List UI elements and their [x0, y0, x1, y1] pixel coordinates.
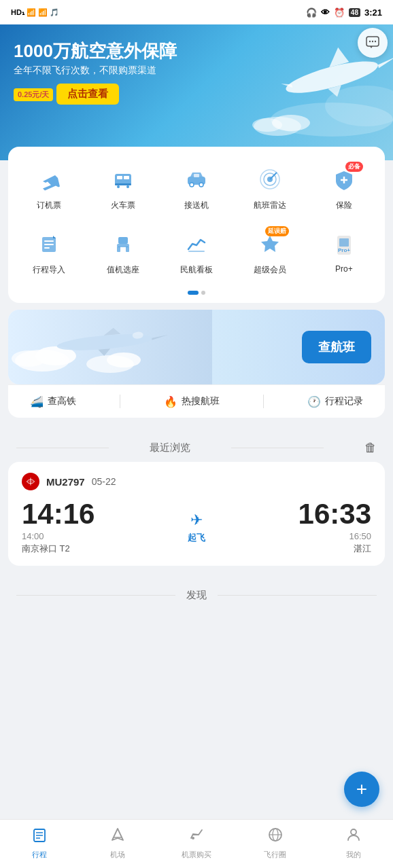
flight-depart: 14:16 14:00 南京禄口 T2: [22, 500, 95, 555]
menu-item-super-vip[interactable]: 延误赔 超级会员: [235, 222, 305, 281]
status-right: 🎧 👁 ⏰ 48 3:21: [306, 7, 382, 18]
nav-item-flight-circle[interactable]: 飞行圈: [236, 827, 315, 860]
nav-item-airport[interactable]: 机场: [79, 827, 158, 860]
signal-bars: 📶: [27, 8, 36, 17]
airline-logo: [22, 473, 39, 490]
nav-item-itinerary[interactable]: 行程: [0, 827, 79, 860]
pro-plus-label: Pro+: [335, 264, 353, 274]
status-left: HD₁ 📶 📶 🎵: [11, 8, 59, 17]
banner-subtitle: 全年不限飞行次数，不限购票渠道: [14, 65, 379, 77]
discover-divider-right: [218, 595, 377, 596]
nav-itinerary-icon: [31, 827, 48, 847]
nav-item-buy-ticket[interactable]: 机票购买: [157, 827, 236, 860]
banner-title: 航空意外保障: [71, 41, 177, 61]
flight-number: MU2797: [46, 476, 85, 488]
svg-rect-37: [126, 247, 129, 252]
check-seat-label: 值机选座: [107, 264, 139, 276]
promo-banner: 广告 1000万航空意外保障 全年不限飞行次数，不限购票渠道 0.25元/天 点…: [0, 24, 393, 160]
svg-rect-34: [118, 237, 128, 244]
svg-point-18: [117, 185, 120, 188]
nav-airport-label: 机场: [110, 850, 125, 860]
nav-my-label: 我的: [346, 850, 361, 860]
flight-card-header: MU2797 05-22: [22, 473, 371, 490]
super-vip-label: 超级会员: [254, 264, 286, 276]
svg-marker-3: [377, 56, 393, 68]
svg-marker-39: [261, 236, 279, 252]
quick-link-train[interactable]: 🚄 查高铁: [30, 395, 76, 408]
quick-link-train-label: 查高铁: [48, 395, 76, 408]
pro-plus-icon: Pro+: [328, 228, 360, 260]
menu-item-pickup[interactable]: 接送机: [161, 158, 232, 217]
svg-rect-33: [44, 247, 50, 249]
discover-section-header: 发现: [0, 577, 393, 609]
signal-icon: HD₁: [11, 8, 24, 17]
aviation-board-icon: [180, 228, 213, 260]
radar-label: 航班雷达: [254, 200, 286, 211]
spacer-1: [0, 418, 393, 429]
chat-button[interactable]: [358, 28, 388, 58]
svg-text:Pro+: Pro+: [338, 247, 350, 253]
menu-item-train-ticket[interactable]: 火车票: [87, 158, 158, 217]
nav-buy-ticket-icon: [188, 827, 205, 847]
recent-section-header: 最近浏览 🗑: [0, 429, 393, 462]
music-icon: 🎵: [50, 8, 59, 17]
banner-cta-button[interactable]: 点击查看: [56, 84, 119, 105]
banner-amount: 1000万航空意外保障: [14, 38, 379, 62]
page-dots: [14, 287, 379, 297]
trash-icon[interactable]: 🗑: [364, 441, 377, 455]
svg-rect-17: [115, 183, 131, 185]
eye-icon: 👁: [321, 7, 330, 18]
flight-card[interactable]: MU2797 05-22 14:16 14:00 南京禄口 T2 ✈ 起飞 16…: [8, 462, 385, 566]
fab-add-button[interactable]: +: [344, 772, 379, 807]
menu-item-aviation-board[interactable]: 民航看板: [161, 222, 232, 281]
quick-link-trip-history[interactable]: 🕐 行程记录: [307, 395, 363, 408]
svg-point-65: [351, 829, 356, 835]
svg-point-46: [12, 350, 46, 367]
menu-item-radar[interactable]: 航班雷达: [235, 158, 305, 217]
insurance-badge: 必备: [345, 162, 363, 172]
alarm-icon: ⏰: [334, 7, 345, 18]
menu-item-insurance[interactable]: 必备 保险: [309, 158, 379, 217]
depart-airport: 南京禄口 T2: [22, 543, 95, 555]
discover-divider-left: [16, 595, 175, 596]
svg-rect-41: [339, 238, 349, 247]
nav-item-my[interactable]: 我的: [314, 827, 393, 860]
quick-link-hot-label: 热搜航班: [182, 395, 220, 408]
menu-item-itinerary[interactable]: 行程导入: [14, 222, 84, 281]
status-bar: HD₁ 📶 📶 🎵 🎧 👁 ⏰ 48 3:21: [0, 0, 393, 24]
menu-item-flight-ticket[interactable]: 订机票: [14, 158, 84, 217]
history-quick-icon: 🕐: [307, 395, 321, 408]
menu-item-pro-plus[interactable]: Pro+ Pro+: [309, 222, 379, 281]
price-badge: 0.25元/天: [14, 88, 53, 101]
flight-ticket-icon: [33, 163, 65, 196]
pickup-label: 接送机: [184, 200, 209, 211]
time-display: 3:21: [364, 7, 382, 18]
pickup-icon: [180, 163, 213, 196]
quick-link-history-label: 行程记录: [325, 395, 363, 408]
divider-right: [231, 448, 324, 448]
flight-status-label: 起飞: [188, 532, 205, 544]
aviation-board-label: 民航看板: [180, 264, 213, 276]
arrive-airport: 湛江: [298, 543, 371, 555]
svg-point-9: [252, 118, 282, 132]
flight-illustration: [8, 310, 212, 384]
nav-airport-icon: [109, 827, 126, 847]
menu-grid-row2: 行程导入 值机选座 民航看板: [14, 222, 379, 281]
insurance-label: 保险: [336, 200, 352, 211]
flight-plane-icon: ✈: [190, 511, 203, 529]
menu-card: 订机票 火车票: [8, 147, 385, 303]
menu-item-check-seat[interactable]: 值机选座: [87, 222, 158, 281]
insurance-icon: 必备: [328, 163, 360, 196]
dot-2: [201, 291, 205, 295]
divider-left: [16, 448, 109, 448]
svg-rect-15: [117, 176, 122, 179]
menu-grid-row1: 订机票 火车票: [14, 158, 379, 217]
super-vip-icon: 延误赔: [254, 228, 286, 260]
quick-links-bar: 🚄 查高铁 🔥 热搜航班 🕐 行程记录: [8, 384, 385, 418]
quick-link-hot-flights[interactable]: 🔥 热搜航班: [164, 395, 220, 408]
svg-marker-59: [112, 829, 123, 840]
wifi-icon: 📶: [38, 8, 48, 17]
search-flight-button[interactable]: 查航班: [302, 331, 371, 363]
vip-badge: 延误赔: [265, 226, 289, 236]
bottom-spacer: [0, 609, 393, 670]
